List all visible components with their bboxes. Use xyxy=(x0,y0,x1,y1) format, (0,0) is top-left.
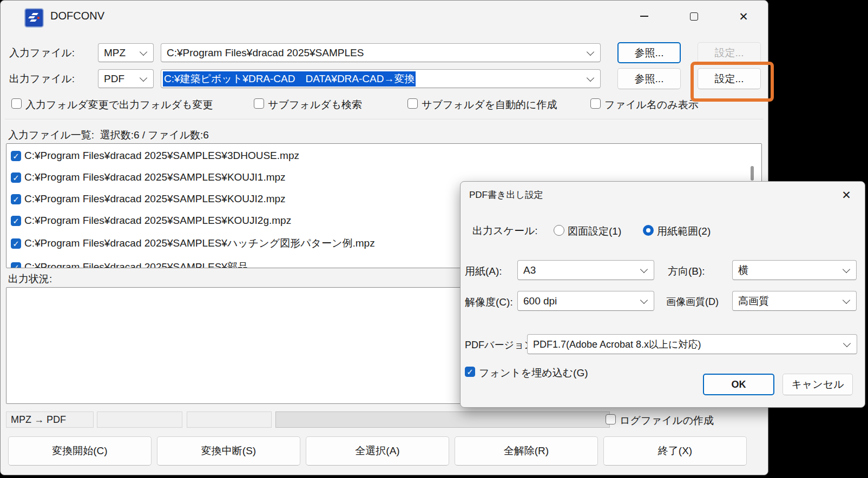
option-checkbox-create-subfolders[interactable] xyxy=(407,98,418,109)
radio-label[interactable]: 図面設定(1) xyxy=(568,224,621,238)
output-browse-button[interactable]: 参照... xyxy=(617,68,681,89)
select-all-button[interactable]: 全選択(A) xyxy=(306,436,449,466)
resolution-select[interactable]: 600 dpi xyxy=(517,291,654,311)
window-title: DOFCONV xyxy=(50,10,104,22)
exit-button[interactable]: 終了(X) xyxy=(603,436,747,466)
minimize-icon xyxy=(640,16,648,17)
image-quality-select[interactable]: 高画質 xyxy=(732,291,857,311)
deselect-all-button[interactable]: 全解除(R) xyxy=(455,436,598,466)
pdf-export-settings-dialog: PDF書き出し設定 ✕ 出力スケール: 図面設定(1) 用紙範囲(2) 用紙(A… xyxy=(460,181,865,408)
convert-abort-button[interactable]: 変換中断(S) xyxy=(157,436,300,466)
file-checkbox[interactable]: ✓ xyxy=(11,216,21,226)
close-icon: ✕ xyxy=(841,189,851,202)
file-row[interactable]: ✓C:¥Program Files¥dracad 2025¥SAMPLES¥KO… xyxy=(11,171,286,183)
screen: DOFCONV ✕ 入力ファイル: MPZ C:¥Program Files¥d… xyxy=(0,0,868,478)
paper-select[interactable]: A3 xyxy=(517,260,654,280)
separator xyxy=(5,119,764,120)
file-list-header: 入力ファイル一覧: 選択数:6 / ファイル数:6 xyxy=(8,128,209,142)
output-status-label: 出力状況: xyxy=(8,272,52,286)
radio-paper-range[interactable] xyxy=(643,225,654,236)
file-checkbox[interactable]: ✓ xyxy=(11,238,21,249)
convert-start-button[interactable]: 変換開始(C) xyxy=(8,436,152,466)
image-quality-label: 画像画質(D) xyxy=(666,295,719,308)
option-checkbox-filename-only[interactable] xyxy=(590,98,601,109)
file-row[interactable]: ✓C:¥Program Files¥dracad 2025¥SAMPLES¥3D… xyxy=(11,150,299,162)
radio-drawing-settings[interactable] xyxy=(554,225,564,236)
close-button[interactable]: ✕ xyxy=(731,6,756,26)
log-file-label: ログファイルの作成 xyxy=(620,414,714,428)
file-checkbox[interactable]: ✓ xyxy=(11,172,21,183)
orientation-select[interactable]: 横 xyxy=(732,260,857,280)
chevron-down-icon xyxy=(140,74,147,81)
file-row[interactable]: ✓C:¥Program Files¥dracad 2025¥SAMPLES¥部品 xyxy=(11,260,248,268)
paper-label: 用紙(A): xyxy=(465,264,502,278)
option-checkbox-search-subfolders[interactable] xyxy=(254,98,264,109)
progress-bar xyxy=(275,411,610,428)
file-checkbox[interactable]: ✓ xyxy=(11,194,21,204)
option-label: サブフォルダも検索 xyxy=(268,98,362,112)
chevron-down-icon xyxy=(587,48,594,55)
embed-fonts-label: フォントを埋め込む(G) xyxy=(479,366,588,380)
log-file-checkbox[interactable] xyxy=(606,414,616,424)
pdf-version-select[interactable]: PDF1.7(Adobe Acrobat 8.x以上に対応) xyxy=(527,334,857,354)
output-settings-button[interactable]: 設定... xyxy=(698,68,761,89)
chevron-down-icon xyxy=(843,296,850,303)
option-label: ファイル名のみ表示 xyxy=(604,98,699,112)
chevron-down-icon xyxy=(843,339,851,347)
title-bar[interactable]: DOFCONV ✕ xyxy=(1,1,768,33)
chevron-down-icon xyxy=(640,265,648,273)
close-icon: ✕ xyxy=(739,11,748,22)
radio-label[interactable]: 用紙範囲(2) xyxy=(657,224,711,238)
output-file-label: 出力ファイル: xyxy=(9,72,75,86)
chevron-down-icon xyxy=(140,48,147,55)
list-scrollbar-thumb[interactable] xyxy=(751,166,754,181)
input-file-label: 入力ファイル: xyxy=(9,46,75,60)
output-scale-label: 出力スケール: xyxy=(472,224,538,238)
app-icon xyxy=(24,8,44,28)
cancel-button[interactable]: キャンセル xyxy=(782,374,853,395)
selected-path-text: C:¥建築ピボット¥DRA-CAD DATA¥DRA-CAD→変換 xyxy=(163,71,416,87)
orientation-label: 方向(B): xyxy=(668,264,705,278)
file-row[interactable]: ✓C:¥Program Files¥dracad 2025¥SAMPLES¥KO… xyxy=(11,193,286,205)
output-path-combobox[interactable]: C:¥建築ピボット¥DRA-CAD DATA¥DRA-CAD→変換 xyxy=(161,69,601,88)
maximize-button[interactable] xyxy=(681,6,706,26)
chevron-down-icon xyxy=(587,74,594,81)
minimize-button[interactable] xyxy=(632,6,656,26)
option-label: 入力フォルダ変更で出力フォルダも変更 xyxy=(25,98,213,112)
embed-fonts-checkbox[interactable]: ✓ xyxy=(465,367,475,377)
output-format-select[interactable]: PDF xyxy=(98,69,154,88)
file-row[interactable]: ✓C:¥Program Files¥dracad 2025¥SAMPLES¥ハッ… xyxy=(11,236,375,250)
input-format-select[interactable]: MPZ xyxy=(98,43,154,62)
option-label: サブフォルダを自動的に作成 xyxy=(422,98,557,112)
status-conversion-cell: MPZ → PDF xyxy=(6,411,94,428)
input-settings-button: 設定... xyxy=(698,42,761,63)
chevron-down-icon xyxy=(640,296,648,303)
input-path-combobox[interactable]: C:¥Program Files¥dracad 2025¥SAMPLES xyxy=(161,43,601,62)
chevron-down-icon xyxy=(843,265,850,273)
input-browse-button[interactable]: 参照... xyxy=(617,42,681,63)
maximize-icon xyxy=(690,12,698,21)
option-checkbox-change-output-folder[interactable] xyxy=(11,98,22,109)
dialog-close-button[interactable]: ✕ xyxy=(834,185,859,205)
file-row[interactable]: ✓C:¥Program Files¥dracad 2025¥SAMPLES¥KO… xyxy=(11,215,291,227)
ok-button[interactable]: OK xyxy=(703,374,774,395)
file-checkbox[interactable]: ✓ xyxy=(11,151,21,161)
status-cell xyxy=(187,411,272,428)
status-cell xyxy=(97,411,182,428)
dialog-title: PDF書き出し設定 xyxy=(469,189,543,201)
file-checkbox[interactable]: ✓ xyxy=(11,262,21,269)
resolution-label: 解像度(C): xyxy=(465,295,513,309)
